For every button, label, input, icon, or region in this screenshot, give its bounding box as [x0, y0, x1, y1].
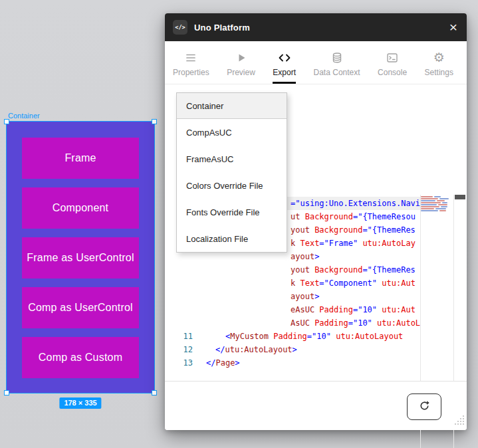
plugin-window: </> Uno Platform × PropertiesPreviewExpo… [165, 13, 467, 430]
menu-item-colors-override-file[interactable]: Colors Override File [177, 172, 287, 199]
selection-handle-top-right[interactable] [152, 119, 157, 124]
code-icon [278, 51, 291, 64]
code-line-5: ayout> [291, 250, 319, 263]
tab-label: Preview [227, 68, 255, 77]
code-line-11: <MyCustom Padding="10" utu:AutoLayout [225, 330, 403, 343]
minimap[interactable] [421, 196, 453, 212]
code-line-13: </Page> [206, 356, 240, 370]
line-number-13: 13 [174, 356, 193, 370]
line-number-11: 11 [174, 330, 193, 343]
figma-canvas: { "window": { "title": "Uno Platform", "… [0, 0, 478, 448]
plugin-title: Uno Platform [194, 23, 250, 33]
tab-preview[interactable]: Preview [227, 41, 255, 84]
tab-settings[interactable]: ⚙Settings [425, 41, 453, 84]
tab-data-context[interactable]: Data Context [314, 41, 360, 84]
refresh-button[interactable] [407, 393, 441, 420]
export-target-menu: ContainerCompAsUCFrameAsUCColors Overrid… [176, 92, 287, 253]
scrollbar-thumb[interactable] [455, 195, 465, 199]
tab-label: Console [378, 68, 407, 77]
active-tab-indicator [273, 82, 296, 84]
uno-platform-logo-icon: </> [173, 20, 187, 35]
tab-bar: PropertiesPreviewExportData ContextConso… [165, 41, 467, 84]
tab-label: Export [273, 68, 296, 77]
tab-label: Properties [173, 68, 209, 77]
selection-label: Container [8, 112, 40, 120]
menu-item-localization-file[interactable]: Localization File [177, 225, 287, 252]
code-line-6: yout Background="{ThemeRes [291, 263, 416, 277]
dimensions-badge: 178 × 335 [59, 397, 101, 409]
selection-handle-top-left[interactable] [4, 119, 9, 124]
close-icon[interactable]: × [449, 13, 457, 41]
code-line-12: </utu:AutoLayout> [215, 343, 297, 356]
code-line-9: eAsUC Padding="10" utu:Aut [291, 303, 416, 316]
menu-item-container[interactable]: Container [177, 93, 287, 119]
canvas-button-comp-as-usercontrol[interactable]: Comp as UserControl [22, 287, 139, 328]
tab-label: Settings [425, 68, 453, 77]
selection-handle-bottom-left[interactable] [4, 390, 9, 395]
menu-item-frameasuc[interactable]: FrameAsUC [177, 146, 287, 172]
console-icon [386, 51, 398, 64]
code-line-3: yout Background="{ThemeRes [291, 223, 416, 237]
code-line-8: ayout> [291, 290, 319, 303]
tab-export[interactable]: Export [273, 41, 296, 84]
plugin-footer [165, 381, 467, 430]
code-line-4: k Text="Frame" utu:AutoLay [291, 237, 416, 250]
code-line-2: ut Background="{ThemeResou [291, 210, 416, 223]
selection-handle-bottom-right[interactable] [152, 390, 157, 395]
line-number-12: 12 [174, 343, 193, 356]
canvas-button-frame-as-usercontrol[interactable]: Frame as UserControl [22, 237, 139, 279]
tab-properties[interactable]: Properties [173, 41, 209, 84]
canvas-button-comp-as-custom[interactable]: Comp as Custom [22, 337, 139, 378]
code-line-10: AsUC Padding="10" utu:AutoL [291, 316, 420, 330]
canvas-button-frame[interactable]: Frame [22, 138, 139, 179]
tab-label: Data Context [314, 68, 360, 77]
container-frame[interactable]: FrameComponentFrame as UserControlComp a… [7, 122, 154, 393]
canvas-button-component[interactable]: Component [22, 187, 139, 229]
menu-item-fonts-override-file[interactable]: Fonts Override File [177, 199, 287, 225]
resize-grip-icon[interactable] [453, 414, 465, 429]
tab-console[interactable]: Console [378, 41, 407, 84]
code-line-7: k Text="Component" utu:Aut [291, 277, 416, 290]
play-icon [235, 51, 247, 64]
plugin-titlebar[interactable]: </> Uno Platform × [165, 13, 467, 41]
code-line-1: ="using:Uno.Extensions.Navi [291, 197, 420, 210]
menu-item-compasuc[interactable]: CompAsUC [177, 119, 287, 146]
gear-icon: ⚙ [433, 51, 445, 64]
list-icon [185, 51, 197, 64]
database-icon [331, 51, 343, 64]
refresh-icon [419, 400, 430, 414]
